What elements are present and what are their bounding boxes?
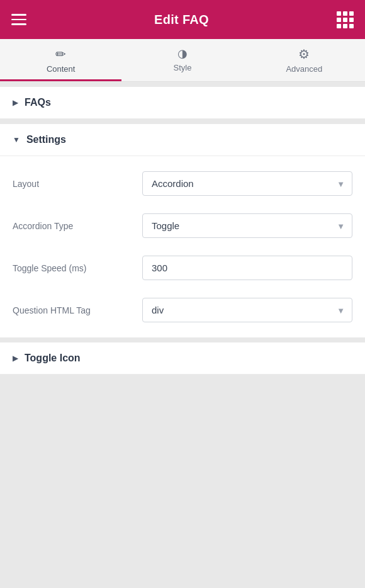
toggle-speed-control bbox=[142, 256, 352, 280]
layout-select[interactable]: Accordion Grid List bbox=[142, 171, 352, 196]
divider-top bbox=[0, 82, 365, 87]
accordion-type-row: Accordion Type Toggle Expand Collapse ▼ bbox=[0, 205, 365, 247]
toggle-speed-label: Toggle Speed (ms) bbox=[13, 263, 132, 273]
toggle-speed-row: Toggle Speed (ms) bbox=[0, 247, 365, 289]
question-html-tag-control: div h1 h2 h3 h4 h5 h6 span p ▼ bbox=[142, 298, 352, 322]
settings-chevron-icon bbox=[13, 135, 20, 144]
tab-advanced-label: Advanced bbox=[286, 64, 322, 74]
bottom-area bbox=[0, 375, 365, 588]
toggle-speed-input[interactable] bbox=[142, 256, 352, 280]
settings-section-header[interactable]: Settings bbox=[0, 124, 365, 156]
accordion-type-control: Toggle Expand Collapse ▼ bbox=[142, 213, 352, 238]
gear-icon: ⚙ bbox=[298, 48, 310, 60]
faqs-chevron-icon bbox=[13, 98, 18, 107]
tab-style[interactable]: ◑ Style bbox=[121, 39, 243, 81]
tab-content-label: Content bbox=[47, 64, 76, 74]
toggle-icon-chevron-icon bbox=[13, 354, 18, 363]
pencil-icon: ✏ bbox=[55, 48, 66, 60]
layout-control: Accordion Grid List ▼ bbox=[142, 171, 352, 196]
divider-toggle-icon bbox=[0, 337, 365, 342]
app-header: Edit FAQ bbox=[0, 0, 365, 39]
accordion-type-select-wrapper: Toggle Expand Collapse ▼ bbox=[142, 213, 352, 238]
toggle-icon-section-title: Toggle Icon bbox=[25, 353, 81, 364]
hamburger-menu-icon[interactable] bbox=[11, 14, 26, 25]
divider-settings bbox=[0, 119, 365, 124]
accordion-type-label: Accordion Type bbox=[13, 221, 132, 231]
question-html-tag-select[interactable]: div h1 h2 h3 h4 h5 h6 span p bbox=[142, 298, 352, 322]
tab-content[interactable]: ✏ Content bbox=[0, 39, 121, 81]
faqs-section-header[interactable]: FAQs bbox=[0, 87, 365, 119]
page-title: Edit FAQ bbox=[154, 13, 209, 27]
question-html-tag-row: Question HTML Tag div h1 h2 h3 h4 h5 h6 … bbox=[0, 289, 365, 331]
faqs-section-title: FAQs bbox=[25, 97, 51, 108]
tab-style-label: Style bbox=[174, 63, 192, 72]
tab-bar: ✏ Content ◑ Style ⚙ Advanced bbox=[0, 39, 365, 82]
layout-label: Layout bbox=[13, 179, 132, 189]
settings-content: Layout Accordion Grid List ▼ Accordion T… bbox=[0, 156, 365, 337]
layout-select-wrapper: Accordion Grid List ▼ bbox=[142, 171, 352, 196]
toggle-icon-section-header[interactable]: Toggle Icon bbox=[0, 342, 365, 375]
half-circle-icon: ◑ bbox=[177, 48, 188, 59]
layout-row: Layout Accordion Grid List ▼ bbox=[0, 162, 365, 205]
accordion-type-select[interactable]: Toggle Expand Collapse bbox=[142, 213, 352, 238]
settings-section-title: Settings bbox=[26, 134, 66, 145]
tab-advanced[interactable]: ⚙ Advanced bbox=[244, 39, 365, 81]
grid-apps-icon[interactable] bbox=[337, 11, 354, 28]
question-html-tag-label: Question HTML Tag bbox=[13, 305, 132, 315]
question-html-tag-select-wrapper: div h1 h2 h3 h4 h5 h6 span p ▼ bbox=[142, 298, 352, 322]
